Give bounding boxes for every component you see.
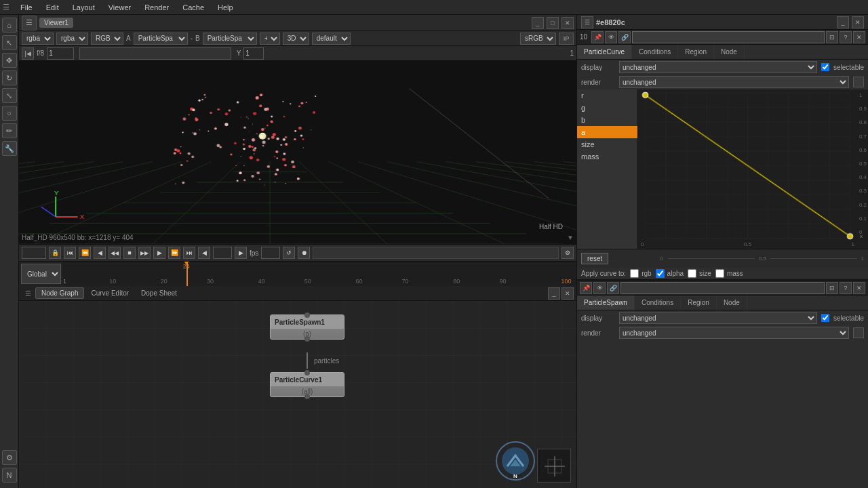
move-tool[interactable]: ✥ (2, 53, 17, 68)
apply-alpha-check[interactable] (656, 269, 665, 278)
tab-particlespawn[interactable]: ParticleSpawn (577, 296, 635, 310)
curve-b[interactable]: b (577, 114, 637, 126)
apply-mass-check[interactable] (715, 269, 724, 278)
apply-rgb-check[interactable] (630, 269, 639, 278)
b-select[interactable]: ParticleSpa (203, 33, 257, 45)
prop-lower-pin[interactable]: 📌 (580, 282, 592, 294)
stop-btn[interactable]: ■ (123, 247, 136, 259)
viewer-menu-btn[interactable]: ☰ (22, 16, 37, 30)
tab-particlecurve[interactable]: ParticleCurve (577, 45, 632, 59)
viewer-tab[interactable]: Viewer1 (39, 18, 73, 28)
prop-link[interactable]: 🔗 (618, 31, 631, 43)
rgba-select-left[interactable]: rgba (22, 33, 54, 45)
prev-play[interactable]: ◀ (198, 247, 210, 259)
curve-r[interactable]: r (577, 89, 637, 102)
next-frame2[interactable]: ▶▶ (138, 247, 151, 259)
loop-btn[interactable]: ↺ (283, 247, 295, 259)
tab-region-lower[interactable]: Region (681, 296, 717, 310)
apply-size-check[interactable] (688, 269, 696, 278)
menu-cache[interactable]: Cache (180, 2, 207, 13)
y-input[interactable] (243, 47, 264, 60)
tab-node-lower[interactable]: Node (717, 296, 747, 310)
frame-nav-start[interactable]: |◀ (22, 47, 34, 60)
settings-tool[interactable]: ⚙ (2, 450, 17, 465)
viewer-scroll[interactable]: ▼ (567, 234, 574, 241)
reset-btn[interactable]: reset (581, 253, 608, 264)
prop-panel-close[interactable]: ✕ (852, 16, 864, 28)
default-select[interactable]: default (312, 33, 351, 45)
curve-port-top[interactable] (304, 370, 310, 375)
a-select[interactable]: ParticleSpa (134, 33, 188, 45)
prop-eye[interactable]: 👁 (605, 31, 617, 43)
render-color-swatch-lower[interactable] (853, 327, 864, 338)
next-play[interactable]: ▶ (235, 247, 247, 259)
tab-node-upper[interactable]: Node (714, 45, 745, 59)
prop-lower-close[interactable]: ✕ (853, 282, 865, 294)
prev-frame2[interactable]: ◀◀ (108, 247, 121, 259)
tab-node-graph[interactable]: Node Graph (35, 287, 84, 299)
prop-lower-copy[interactable]: ⊡ (826, 282, 838, 294)
render-select-lower[interactable]: unchanged (619, 327, 849, 339)
prev-key[interactable]: ⏪ (79, 247, 91, 259)
viewer-close[interactable]: ✕ (561, 17, 574, 29)
viewer-minimize[interactable]: _ (532, 17, 544, 29)
display-select[interactable]: unchanged (619, 61, 817, 73)
render-select[interactable]: unchanged (619, 76, 849, 88)
prop-lower-help[interactable]: ? (840, 282, 852, 294)
menu-layout[interactable]: Layout (70, 2, 98, 13)
frame-scrubber[interactable] (79, 47, 231, 60)
frame-number-input[interactable]: 24 (22, 247, 46, 259)
prop-title-input[interactable]: ParticleCurve1 (632, 31, 825, 43)
playback-options[interactable]: ⚙ (561, 247, 574, 259)
lock-btn[interactable]: 🔒 (49, 247, 61, 259)
prop-lower-eye[interactable]: 👁 (593, 282, 606, 294)
node-graph-canvas[interactable]: ParticleSpawn1 (a) particles ParticleCur… (19, 301, 576, 488)
menu-render[interactable]: Render (142, 2, 172, 13)
frame-input[interactable] (47, 47, 74, 60)
particle-curve-node[interactable]: ParticleCurve1 (all) (270, 372, 344, 397)
selectable-checkbox[interactable] (821, 63, 829, 71)
prop-help[interactable]: ? (840, 31, 852, 43)
record-btn[interactable]: ⏺ (298, 247, 310, 259)
menu-edit[interactable]: Edit (43, 2, 62, 13)
particle-spawn-node[interactable]: ParticleSpawn1 (a) (270, 314, 344, 340)
prop-close-upper[interactable]: ✕ (853, 31, 865, 43)
cursor-tool[interactable]: ↖ (2, 35, 17, 50)
tab-region-upper[interactable]: Region (678, 45, 714, 59)
ip-btn[interactable]: IP (559, 33, 574, 45)
3d-viewport[interactable] (19, 61, 576, 244)
curve-size[interactable]: size (577, 138, 637, 150)
rotate-tool[interactable]: ↻ (2, 70, 17, 85)
srgb-select[interactable]: sRGB (520, 33, 556, 45)
pen-tool[interactable]: ✏ (2, 123, 17, 138)
curve-graph[interactable]: 1 0.9 0.8 0.7 0.6 0.5 0.4 0.3 0.2 0.1 0 (638, 89, 868, 249)
prev-frame[interactable]: ◀ (94, 247, 106, 259)
wand-tool[interactable]: 🔧 (2, 141, 17, 156)
curve-mass[interactable]: mass (577, 150, 637, 163)
curve-port-bottom[interactable] (304, 394, 310, 399)
playback-progress[interactable] (313, 247, 559, 259)
menu-viewer[interactable]: Viewer (106, 2, 134, 13)
tab-curve-editor[interactable]: Curve Editor (85, 288, 134, 298)
prop-lower-link[interactable]: 🔗 (607, 282, 619, 294)
prop-panel-min[interactable]: _ (837, 16, 849, 28)
viewer-maximize[interactable]: □ (547, 17, 559, 29)
jump-input[interactable]: 10 (213, 247, 232, 259)
tab-dope-sheet[interactable]: Dope Sheet (136, 288, 182, 298)
tab-conditions-upper[interactable]: Conditions (632, 45, 678, 59)
skip-to-start[interactable]: ⏮ (64, 247, 76, 259)
next-frame[interactable]: ▶ (153, 247, 165, 259)
scale-tool[interactable]: ⤡ (2, 88, 17, 103)
menu-help[interactable]: Help (215, 2, 236, 13)
prop-pin[interactable]: 📌 (591, 31, 604, 43)
display-select-lower[interactable]: unchanged (619, 312, 817, 324)
selectable-checkbox-lower[interactable] (821, 314, 829, 322)
menu-file[interactable]: File (18, 2, 35, 13)
nuke-tool[interactable]: N (2, 468, 17, 483)
skip-to-end[interactable]: ⏭ (183, 247, 195, 259)
render-color-swatch[interactable] (853, 77, 864, 87)
next-key[interactable]: ⏩ (168, 247, 180, 259)
plus2-select[interactable]: +2 (260, 33, 280, 45)
curve-g[interactable]: g (577, 102, 637, 114)
viewer-canvas[interactable]: Half_HD 960x540 bb: x=1218 y= 404 Half H… (19, 61, 576, 244)
